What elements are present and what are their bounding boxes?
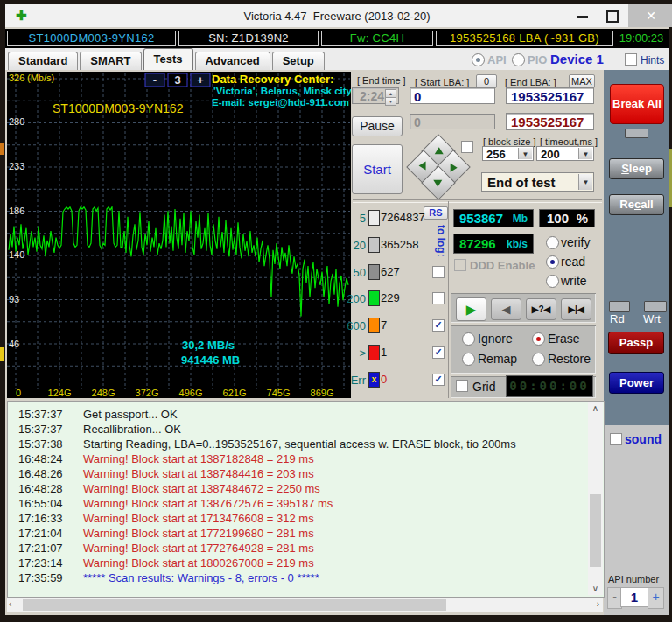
counter-label-0: 5 <box>345 212 366 225</box>
x-tick: 869G <box>311 388 334 398</box>
restore-radio[interactable] <box>532 353 545 366</box>
max-button[interactable]: MAX <box>569 74 595 88</box>
zoom-out-button-label: - <box>153 73 157 87</box>
block-size-combo[interactable]: 256▼ <box>482 146 534 161</box>
timeout-combo[interactable]: 200▼ <box>536 146 594 161</box>
busy-led <box>625 129 648 138</box>
nav-checkbox[interactable] <box>461 141 473 153</box>
sleep-button[interactable]: Sleep <box>609 158 664 179</box>
passp-button[interactable]: Passp <box>608 332 664 354</box>
ddd-checkbox[interactable] <box>454 259 466 271</box>
end-of-test-combo[interactable]: End of test▼ <box>481 172 594 192</box>
tab-advanced[interactable]: Advanced <box>195 52 270 70</box>
grid-checkbox[interactable] <box>456 380 468 392</box>
counter-value-2: 627 <box>381 265 400 278</box>
rs-button[interactable]: RS <box>424 206 448 220</box>
maximize-icon[interactable] <box>606 10 619 23</box>
close-button[interactable]: ✕ <box>628 4 672 27</box>
ignore-radio[interactable] <box>462 332 475 346</box>
log-vscrollbar[interactable]: ∧ ∨ <box>588 402 603 595</box>
device-label[interactable]: Device 1 <box>550 52 604 66</box>
drive-serial[interactable]: SN: Z1D139N2 <box>178 31 318 46</box>
pause-button[interactable]: Pause <box>352 116 402 136</box>
play-button[interactable]: ▶ <box>456 297 486 321</box>
seek-test-button[interactable]: ▶?◀ <box>526 298 556 320</box>
watermark-title: Data Recovery Center: <box>212 73 333 86</box>
scroll-up-icon[interactable]: ∧ <box>588 403 603 413</box>
remap-radio[interactable] <box>462 353 475 366</box>
frame-accent <box>0 143 4 155</box>
current-speed: 30,2 MB/s <box>182 339 234 352</box>
log-time: 15:37:38 <box>18 437 63 451</box>
log-checkbox-2[interactable] <box>432 266 444 278</box>
x-tick: 745G <box>267 388 290 398</box>
log-time: 17:16:33 <box>18 511 63 526</box>
y-tick: 46 <box>9 339 19 349</box>
zero-button[interactable]: 0 <box>476 74 497 88</box>
log-message: Warning! Block start at 1387672576 = 395… <box>83 496 332 511</box>
hscroll-thumb[interactable] <box>23 599 446 611</box>
tab-standard[interactable]: Standard <box>8 52 78 70</box>
hints-checkbox[interactable] <box>625 53 637 66</box>
log-checkbox-5[interactable]: ✓ <box>432 346 444 359</box>
position-lcd: 953867 Mb <box>453 209 534 227</box>
api-plus-button[interactable]: + <box>648 587 664 609</box>
minimize-icon[interactable] <box>577 16 588 18</box>
log-row: 16:48:24Warning! Block start at 13871828… <box>8 451 585 466</box>
rd-label: Rd <box>610 312 625 325</box>
restore-label: Restore <box>548 352 591 366</box>
tab-smart[interactable]: SMART <box>80 52 141 70</box>
erase-radio[interactable] <box>532 332 545 346</box>
hints-label: Hints <box>640 54 664 66</box>
y-tick: 93 <box>9 294 19 304</box>
log-time: 16:55:04 <box>18 496 63 511</box>
log-row: 15:37:38Starting Reading, LBA=0..1953525… <box>8 437 585 451</box>
log-time: 17:21:04 <box>18 526 63 541</box>
scroll-down-icon[interactable]: ∨ <box>588 584 603 593</box>
write-radio[interactable] <box>546 275 559 288</box>
current-position: 941446 MB <box>181 353 240 367</box>
back-button[interactable]: ◀ <box>491 298 522 320</box>
log-message: Warning! Block start at 1772199680 = 281… <box>83 526 314 541</box>
counter-value-1: 365258 <box>381 238 418 251</box>
scroll-right-icon[interactable]: › <box>597 599 599 609</box>
y-tick: 186 <box>9 206 24 216</box>
log-checkbox-3[interactable] <box>432 292 444 304</box>
seek-end-button[interactable]: ▶|◀ <box>561 298 592 320</box>
power-button[interactable]: Power <box>609 372 664 394</box>
end-lba2-input[interactable]: 1953525167 <box>506 113 594 130</box>
counter-value-5: 1 <box>381 346 387 359</box>
start-button[interactable]: Start <box>352 144 402 194</box>
y-tick: 233 <box>9 161 24 171</box>
drive-model[interactable]: ST1000DM003-9YN162 <box>7 31 176 46</box>
verify-radio[interactable] <box>546 236 559 249</box>
start-lba-input[interactable]: 0 <box>410 87 495 104</box>
sound-checkbox[interactable] <box>610 433 622 445</box>
api-radio[interactable] <box>472 53 485 66</box>
drive-firmware[interactable]: Fw: CC4H <box>321 31 433 46</box>
drive-capacity[interactable]: 1953525168 LBA (~931 GB) <box>436 31 613 46</box>
tab-setup[interactable]: Setup <box>272 52 325 70</box>
log-message: Warning! Block start at 1772764928 = 281… <box>83 541 314 556</box>
recall-button[interactable]: Recall <box>609 194 664 215</box>
read-radio[interactable] <box>546 255 559 269</box>
log-hscrollbar[interactable]: ‹ › <box>7 598 603 612</box>
log-checkbox-4[interactable]: ✓ <box>432 319 444 332</box>
counter-value-4: 7 <box>381 318 387 332</box>
scroll-left-icon[interactable]: ‹ <box>9 599 11 609</box>
end-lba-input[interactable]: 1953525167 <box>506 87 594 104</box>
grid-label: Grid <box>472 380 495 394</box>
ignore-label: Ignore <box>478 332 513 346</box>
x-tick: 248G <box>92 388 116 398</box>
title-bar: ✚ Victoria 4.47 Freeware (2013-02-20) ✕ <box>5 4 668 27</box>
log-row: 17:21:04Warning! Block start at 17721996… <box>8 526 585 541</box>
log-time: 15:37:37 <box>18 407 63 422</box>
pio-radio[interactable] <box>512 53 525 66</box>
vscroll-thumb[interactable] <box>590 494 601 567</box>
x-tick: 621G <box>223 388 247 398</box>
tab-tests[interactable]: Tests <box>144 48 193 70</box>
end-time-spin-down[interactable]: ▼ <box>385 97 396 106</box>
frame-accent <box>0 347 4 361</box>
log-checkbox-6[interactable]: ✓ <box>432 374 444 386</box>
break-all-button[interactable]: Break All <box>610 84 664 124</box>
